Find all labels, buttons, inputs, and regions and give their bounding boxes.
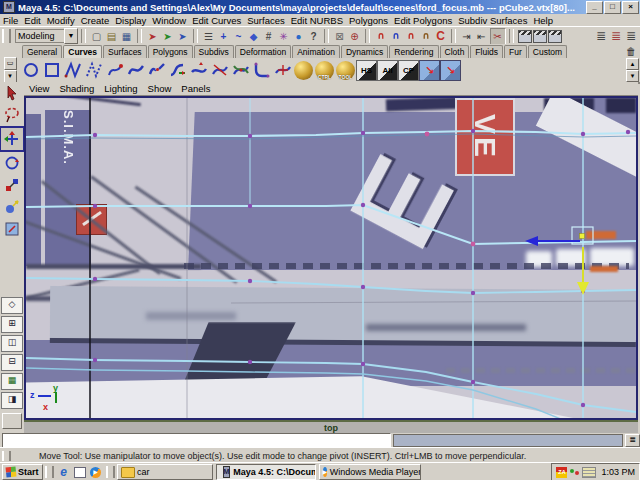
taskbar-clock[interactable]: 1:03 PM [601, 467, 635, 477]
internet-explorer-icon[interactable]: e [57, 465, 71, 479]
panel-menu-panels[interactable]: Panels [176, 83, 215, 94]
select-tool-icon[interactable] [1, 82, 23, 104]
mask-dynamics-icon[interactable]: ✳ [277, 29, 291, 44]
menu-item-file[interactable]: File [0, 15, 21, 26]
cp-button[interactable]: CP [398, 60, 419, 81]
construction-history-icon[interactable]: ✂ [490, 28, 506, 45]
intersect-curves-icon[interactable] [230, 60, 251, 81]
hs-button[interactable]: HS [356, 60, 377, 81]
cut-curve-icon[interactable] [209, 60, 230, 81]
mask-rendering-icon[interactable]: ● [292, 29, 306, 44]
help-line-grip[interactable] [2, 451, 11, 461]
title-bar[interactable]: M Maya 4.5: C:\Documents and Settings\Al… [0, 0, 640, 14]
shelf-scroll-down-icon[interactable]: ▾ [626, 70, 639, 82]
task-button-car[interactable]: car [117, 464, 213, 480]
panel-menu-show[interactable]: Show [143, 83, 177, 94]
menu-item-subdiv-surfaces[interactable]: Subdiv Surfaces [455, 15, 530, 26]
menu-item-surfaces[interactable]: Surfaces [244, 15, 288, 26]
mask-surfaces-icon[interactable]: ◆ [247, 29, 261, 44]
snap-point-icon[interactable]: ∪ [404, 29, 418, 44]
restore-icon[interactable]: □ [604, 1, 621, 14]
command-line-input[interactable] [2, 433, 391, 448]
panel-menu-shading[interactable]: Shading [54, 83, 99, 94]
panel-menu-lighting[interactable]: Lighting [99, 83, 142, 94]
all-button[interactable]: All [377, 60, 398, 81]
show-desktop-icon[interactable] [73, 465, 87, 479]
open-close-curve-icon[interactable] [188, 60, 209, 81]
highlight-selection-icon[interactable]: ⊕ [348, 29, 362, 44]
layout-four-view-button[interactable]: ⊞ [1, 316, 23, 333]
lock-selection-icon[interactable]: ⊠ [333, 29, 347, 44]
menu-item-window[interactable]: Window [149, 15, 189, 26]
open-scene-icon[interactable]: ▤ [105, 29, 119, 44]
layout-single-persp-button[interactable]: ◇ [1, 297, 23, 314]
mask-menu-icon[interactable]: ☰ [202, 29, 216, 44]
menu-item-edit-curves[interactable]: Edit Curves [189, 15, 244, 26]
mel-sphere-ctrl-icon[interactable]: CTRL [314, 60, 335, 81]
close-icon[interactable]: × [622, 1, 639, 14]
channel-box-toggle-icon[interactable]: ≣ [624, 29, 638, 44]
input-connections-icon[interactable]: ⇥ [460, 29, 474, 44]
layout-persp-graph-button[interactable]: ⊟ [1, 354, 23, 371]
mel-sphere-tool-icon[interactable]: TOOL [335, 60, 356, 81]
task-button-maya[interactable]: MMaya 4.5: C:\Docume... [216, 464, 316, 480]
render-current-frame-icon[interactable] [518, 29, 532, 44]
mask-deformations-icon[interactable]: # [262, 29, 276, 44]
shelf-tab-polygons[interactable]: Polygons [148, 45, 193, 58]
keyboard-tray-icon[interactable] [582, 467, 596, 478]
menu-set-selector[interactable]: Modeling ▼ [15, 29, 78, 43]
select-component-icon[interactable]: ➤ [176, 29, 190, 44]
shelf-tab-animation[interactable]: Animation [292, 45, 340, 58]
start-button[interactable]: Start [2, 464, 43, 480]
crate-button-2-icon[interactable]: ↘ [440, 60, 461, 81]
panel-menu-view[interactable]: View [24, 83, 54, 94]
select-object-icon[interactable]: ➤ [161, 29, 175, 44]
shelf-tab-surfaces[interactable]: Surfaces [103, 45, 147, 58]
scale-tool-icon[interactable] [1, 174, 23, 196]
status-line-grip[interactable] [2, 29, 11, 43]
snap-curve-icon[interactable]: ∪ [389, 29, 403, 44]
toolbox-generic-button[interactable] [2, 413, 22, 429]
crate-button-1-icon[interactable]: ↘ [419, 60, 440, 81]
output-connections-icon[interactable]: ⇤ [475, 29, 489, 44]
menu-item-edit-nurbs[interactable]: Edit NURBS [288, 15, 346, 26]
shelf-menu-icon[interactable]: ▭ [4, 57, 17, 70]
layout-hypershade-persp-button[interactable]: ▦ [1, 373, 23, 390]
menu-item-modify[interactable]: Modify [44, 15, 78, 26]
menu-item-help[interactable]: Help [530, 15, 556, 26]
menu-item-create[interactable]: Create [78, 15, 113, 26]
mask-misc-icon[interactable]: ? [307, 29, 321, 44]
select-hierarchy-icon[interactable]: ➤ [146, 29, 160, 44]
pencil-curve-tool-icon[interactable] [104, 60, 125, 81]
chevron-down-icon[interactable]: ▼ [64, 28, 78, 44]
shelf-tab-deformation[interactable]: Deformation [235, 45, 291, 58]
lasso-tool-icon[interactable] [1, 104, 23, 126]
ipr-render-icon[interactable] [533, 29, 547, 44]
shelf-scroll-up-icon[interactable]: ▴ [626, 58, 639, 70]
render-globals-icon[interactable] [548, 29, 562, 44]
shelf-tab-fluids[interactable]: Fluids [470, 45, 503, 58]
script-editor-icon[interactable]: ≣ [625, 434, 640, 447]
menu-item-display[interactable]: Display [112, 15, 149, 26]
move-tool-icon[interactable] [0, 126, 25, 152]
mask-curves-icon[interactable]: ~ [232, 29, 246, 44]
attribute-editor-toggle-icon[interactable]: ≣ [594, 29, 608, 44]
shelf-tab-subdivs[interactable]: Subdivs [194, 45, 234, 58]
shelf-tab-rendering[interactable]: Rendering [389, 45, 438, 58]
make-live-icon[interactable]: C [434, 29, 448, 44]
nurbs-square-icon[interactable] [41, 60, 62, 81]
nurbs-circle-icon[interactable] [20, 60, 41, 81]
shelf-tab-curves[interactable]: Curves [63, 45, 102, 58]
users-tray-icon[interactable] [569, 467, 580, 478]
curve-fillet-icon[interactable] [251, 60, 272, 81]
shelf-tab-dynamics[interactable]: Dynamics [341, 45, 388, 58]
shelf-tab-cloth[interactable]: Cloth [440, 45, 470, 58]
trash-icon[interactable]: 🗑 [626, 46, 636, 57]
layout-persp-outliner-button[interactable]: ◫ [1, 335, 23, 352]
snap-view-plane-icon[interactable]: ∪ [419, 29, 433, 44]
detach-curves-icon[interactable] [146, 60, 167, 81]
mask-points-icon[interactable]: + [217, 29, 231, 44]
minimize-icon[interactable]: _ [586, 1, 603, 14]
menu-item-polygons[interactable]: Polygons [346, 15, 391, 26]
viewport-canvas[interactable]: S.I.M.A. E VE [24, 96, 638, 420]
